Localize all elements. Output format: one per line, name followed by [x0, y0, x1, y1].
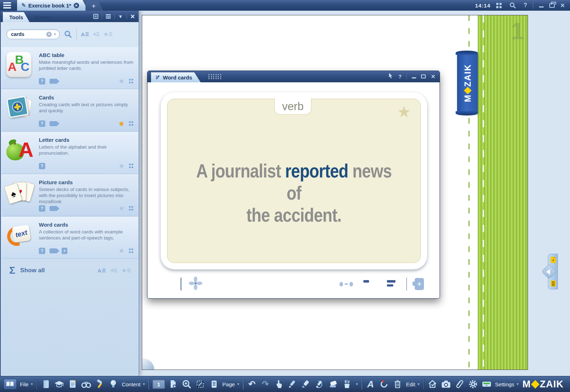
video-tutorial-icon[interactable] [50, 248, 57, 253]
favorite-star-icon[interactable]: ★ [118, 77, 124, 85]
main-menu-icon[interactable] [0, 0, 14, 11]
clear-search-icon[interactable]: ✕ [46, 32, 52, 37]
tab-tools[interactable]: Tools [3, 12, 30, 22]
close-icon[interactable]: ✕ [560, 2, 565, 9]
favorite-star-icon[interactable]: ★ [118, 247, 124, 255]
text-tool-icon[interactable]: A [366, 379, 376, 390]
binoculars-icon[interactable] [81, 379, 92, 390]
tool-item-cards[interactable]: Cards Creating cards with text or pictur… [1, 90, 138, 131]
document-bookmark-icon[interactable] [68, 379, 78, 390]
zoom-icon[interactable] [182, 379, 192, 390]
tab-exercise-book[interactable]: ✎ Exercise book 1* ✕ [17, 0, 88, 11]
double-card-view-icon[interactable] [384, 278, 399, 290]
sort-favorites-icon[interactable]: ★ [122, 267, 130, 274]
page-curl[interactable] [142, 358, 154, 370]
undo-icon[interactable]: ↶ [247, 379, 257, 390]
page-side-panel[interactable]: + [548, 254, 558, 289]
search-submit-icon[interactable] [64, 30, 72, 38]
help-icon[interactable]: ? [39, 120, 45, 127]
card-grid-view-icon[interactable] [163, 279, 173, 289]
sort-type-icon[interactable] [110, 267, 117, 274]
sort-favorites-icon[interactable]: ★ [104, 31, 112, 37]
pen-cup-dropdown[interactable]: ▼ [355, 382, 358, 386]
trash-icon[interactable] [393, 379, 403, 390]
close-panel-icon[interactable]: ✕ [130, 13, 135, 20]
home-check-icon[interactable] [427, 379, 437, 390]
favorite-star-icon[interactable]: ★ [118, 162, 124, 170]
marker-icon[interactable] [301, 379, 311, 390]
pin-grid-icon[interactable] [129, 121, 134, 126]
card-size-toggle-icon[interactable] [340, 282, 353, 287]
sort-alpha-icon[interactable]: A [81, 31, 89, 37]
tool-item-letter-cards[interactable]: A Letter cards Letters of the alphabet a… [1, 132, 138, 174]
compass-pen-icon[interactable] [315, 379, 325, 390]
video-tutorial-icon[interactable] [50, 79, 57, 84]
sort-alpha-icon[interactable]: A [98, 267, 105, 274]
search-input[interactable]: cards ✕ ▼ [6, 29, 60, 39]
help-icon[interactable]: ? [39, 78, 45, 84]
single-card-view-icon[interactable] [361, 278, 376, 290]
tab-games[interactable]: Games [26, 12, 58, 22]
help-icon[interactable]: ? [39, 205, 45, 212]
dialog-titlebar[interactable]: Word cards ? ✕ [147, 71, 440, 82]
edit-menu[interactable]: Edit▼ [406, 381, 420, 387]
content-menu[interactable]: Content▼ [122, 381, 145, 387]
dialog-help-icon[interactable]: ? [398, 73, 401, 79]
new-tab-button[interactable]: + [86, 1, 104, 11]
redo-icon[interactable]: ↷ [260, 379, 271, 390]
apps-grid-icon[interactable] [496, 3, 502, 8]
sort-type-icon[interactable] [93, 32, 99, 36]
tool-item-abc-table[interactable]: ABC ABC table Make meaningful words and … [1, 47, 138, 89]
video-tutorial-icon[interactable] [50, 121, 57, 126]
tool-item-picture-cards[interactable]: ♥ ♠ Picture cards Sixteen decks of cards… [1, 175, 138, 216]
search-history-icon[interactable]: ▼ [53, 32, 57, 36]
page-menu[interactable]: Page▼ [222, 381, 240, 387]
page-edge-stripes[interactable]: 1 [478, 15, 528, 370]
camera-icon[interactable] [441, 379, 451, 390]
add-content-icon[interactable]: + [62, 248, 67, 254]
settings-menu[interactable]: Settings▼ [495, 381, 519, 387]
pin-grid-icon[interactable] [129, 164, 134, 168]
book-icon[interactable] [4, 379, 17, 390]
pointer-mode-icon[interactable] [388, 73, 393, 80]
paperclip-icon[interactable] [454, 379, 465, 390]
lightbulb-icon[interactable] [108, 379, 119, 390]
dialog-minimize-icon[interactable] [412, 77, 416, 78]
restore-icon[interactable] [549, 3, 555, 8]
eraser-icon[interactable] [328, 379, 338, 390]
card-favorite-star-icon[interactable]: ★ [397, 103, 411, 121]
graduation-cap-icon[interactable] [54, 379, 64, 390]
favorite-star-icon[interactable]: ★ [118, 204, 124, 212]
gear-icon[interactable] [468, 379, 478, 390]
word-card[interactable]: verb ★ A journalist reported news of the… [161, 92, 427, 269]
search-icon[interactable] [507, 0, 518, 11]
file-menu[interactable]: File▼ [20, 381, 33, 387]
hand-pointer-icon[interactable] [274, 379, 284, 390]
help-icon[interactable]: ? [39, 248, 45, 254]
help-icon[interactable]: ? [524, 2, 527, 9]
path-select-icon[interactable] [195, 379, 206, 390]
minimize-icon[interactable] [539, 6, 544, 7]
shuffle-ornament-icon[interactable] [188, 276, 203, 292]
add-page-icon[interactable] [168, 379, 178, 390]
pin-grid-icon[interactable] [129, 206, 134, 211]
insert-card-icon[interactable]: + [415, 278, 424, 290]
favorite-star-icon[interactable]: ★ [118, 119, 124, 128]
notes-icon[interactable] [209, 379, 219, 390]
mozaik-bookmark[interactable]: MZAIK [457, 53, 478, 113]
drag-handle-icon[interactable] [208, 74, 222, 79]
pin-grid-icon[interactable] [129, 248, 134, 253]
show-all-button[interactable]: Show all [20, 267, 45, 274]
tab-close-icon[interactable]: ✕ [74, 3, 79, 8]
dialog-maximize-icon[interactable] [421, 74, 426, 78]
pen-icon[interactable] [287, 379, 298, 390]
detach-panel-icon[interactable] [93, 14, 98, 19]
collapse-panel-icon[interactable]: ▼ [118, 14, 123, 19]
help-icon[interactable]: ? [39, 163, 45, 169]
notebook-icon[interactable] [40, 379, 51, 390]
rotate-icon[interactable] [379, 379, 389, 390]
pin-grid-icon[interactable] [129, 79, 134, 83]
hammer-icon[interactable] [95, 379, 105, 390]
pen-cup-icon[interactable] [342, 379, 352, 390]
video-tutorial-icon[interactable] [50, 206, 57, 211]
